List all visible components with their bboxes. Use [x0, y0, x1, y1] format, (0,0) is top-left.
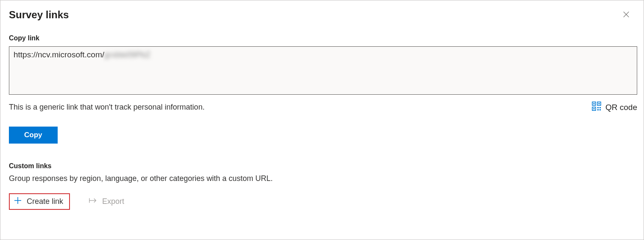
qr-code-label: QR code [605, 103, 637, 112]
svg-rect-5 [599, 103, 600, 104]
plus-icon [14, 197, 22, 206]
svg-rect-9 [599, 107, 601, 108]
export-button: Export [89, 197, 124, 206]
svg-rect-7 [594, 108, 595, 110]
panel-header: Survey links [9, 9, 635, 23]
helper-row: This is a generic link that won't track … [9, 102, 637, 113]
copy-button[interactable]: Copy [9, 127, 58, 144]
close-icon [622, 12, 630, 20]
svg-rect-11 [599, 109, 601, 110]
custom-links-description: Group responses by region, language, or … [9, 174, 635, 183]
export-icon [89, 197, 97, 206]
create-link-label: Create link [27, 197, 63, 206]
close-button[interactable] [620, 8, 633, 23]
svg-rect-3 [594, 103, 595, 104]
panel-title: Survey links [9, 9, 69, 21]
export-label: Export [102, 197, 124, 206]
svg-rect-8 [597, 107, 599, 108]
custom-links-label: Custom links [9, 162, 635, 170]
copy-link-helper: This is a generic link that won't track … [9, 103, 205, 112]
svg-rect-10 [597, 109, 599, 110]
copy-link-label: Copy link [9, 34, 635, 42]
copy-link-url-redacted: grxbte09PbZ [104, 50, 151, 59]
create-link-button[interactable]: Create link [9, 193, 70, 210]
qr-code-icon [592, 102, 601, 113]
qr-code-button[interactable]: QR code [592, 102, 637, 113]
copy-link-field[interactable]: https://ncv.microsoft.com/grxbte09PbZ [9, 46, 637, 95]
survey-links-panel: Survey links Copy link https://ncv.micro… [0, 0, 644, 240]
copy-link-url-visible: https://ncv.microsoft.com/ [14, 50, 104, 59]
custom-links-actions: Create link Export [9, 193, 635, 210]
